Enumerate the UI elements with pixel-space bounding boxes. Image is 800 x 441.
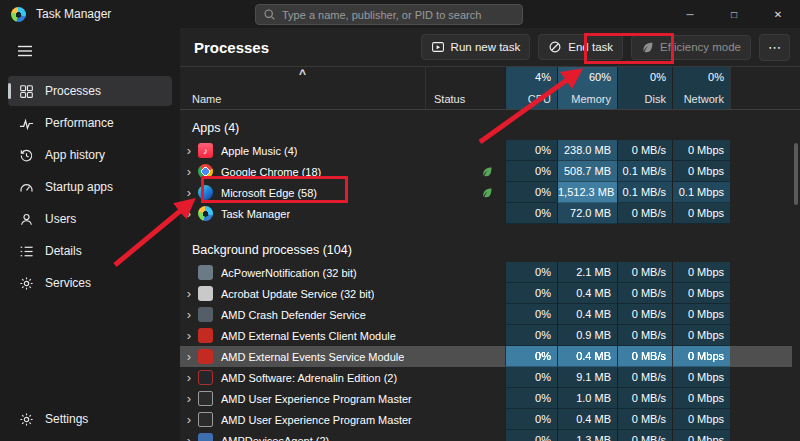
microsoft-edge-icon (198, 185, 213, 200)
column-header-disk[interactable]: 0% Disk (617, 67, 672, 109)
process-row[interactable]: ›♪Apple Music (4)0%238.0 MB0 MB/s0 Mbps (180, 140, 792, 161)
memory-cell: 0.4 MB (557, 304, 617, 325)
memory-cell: 0.4 MB (557, 346, 617, 367)
sidebar-item-users[interactable]: Users (8, 204, 172, 234)
table-header: ^ Name Status 4% CPU 60% Memory 0% Disk … (180, 66, 800, 110)
process-name: AMD Crash Defender Service (221, 309, 366, 321)
process-name-cell: ›Microsoft Edge (58) (180, 182, 425, 203)
memory-cell: 0.4 MB (557, 283, 617, 304)
sidebar-item-settings[interactable]: Settings (8, 404, 172, 434)
process-row[interactable]: ›AMPDevicesAgent (2)0%1.3 MB0 MB/s0 Mbps (180, 430, 792, 441)
close-button[interactable]: ✕ (756, 0, 800, 28)
disk-cell: 0.1 MB/s (617, 182, 672, 203)
search-input[interactable] (282, 9, 515, 21)
column-header-name[interactable]: ^ Name (180, 67, 425, 109)
expand-chevron-icon[interactable]: › (180, 283, 198, 304)
process-row[interactable]: ›AMD External Events Service Module0%0.4… (180, 346, 792, 367)
cpu-cell: 0% (505, 409, 557, 430)
expand-chevron-icon[interactable]: › (180, 161, 198, 182)
group-header[interactable]: Apps (4) (180, 116, 792, 140)
process-row[interactable]: ›Microsoft Edge (58)0%1,512.3 MB0.1 MB/s… (180, 182, 792, 203)
sidebar-item-details[interactable]: Details (8, 236, 172, 266)
process-row[interactable]: ›Task Manager0%72.0 MB0 MB/s0 Mbps (180, 203, 792, 224)
group-header[interactable]: Background processes (104) (180, 238, 792, 262)
menu-toggle-button[interactable] (8, 36, 42, 66)
sidebar-item-services[interactable]: Services (8, 268, 172, 298)
expand-chevron-icon[interactable]: › (180, 409, 198, 430)
processes-icon (18, 83, 34, 99)
expand-chevron-icon[interactable]: › (180, 367, 198, 388)
row-filler (730, 283, 792, 304)
expand-chevron-icon[interactable]: › (180, 203, 198, 224)
expand-chevron-icon[interactable]: › (180, 388, 198, 409)
sidebar-item-app-history[interactable]: App history (8, 140, 172, 170)
process-row[interactable]: ›AMD Software: Adrenalin Edition (2)0%9.… (180, 367, 792, 388)
expand-chevron-icon[interactable]: › (180, 346, 198, 367)
minimize-button[interactable]: ─ (668, 0, 712, 28)
cpu-cell: 0% (505, 203, 557, 224)
maximize-button[interactable]: □ (712, 0, 756, 28)
column-header-network[interactable]: 0% Network (672, 67, 730, 109)
search-box[interactable] (255, 4, 523, 25)
more-options-button[interactable]: ⋯ (759, 34, 790, 61)
process-row[interactable]: ›AMD User Experience Program Master0%0.4… (180, 409, 792, 430)
process-row[interactable]: ›AMD External Events Client Module0%0.9 … (180, 325, 792, 346)
expand-chevron-icon[interactable]: › (180, 140, 198, 161)
row-filler (730, 304, 792, 325)
cpu-cell: 0% (505, 367, 557, 388)
window-title: Task Manager (36, 7, 111, 21)
network-cell: 0 Mbps (672, 304, 730, 325)
end-task-button[interactable]: End task (538, 34, 623, 60)
disk-cell: 0 MB/s (617, 304, 672, 325)
vertical-scrollbar[interactable] (794, 143, 798, 205)
efficiency-mode-button[interactable]: Efficiency mode (631, 35, 751, 60)
cpu-cell: 0% (505, 161, 557, 182)
titlebar: Task Manager ─ □ ✕ (0, 0, 800, 28)
sidebar-item-startup-apps[interactable]: Startup apps (8, 172, 172, 202)
process-name: AMD User Experience Program Master (221, 414, 412, 426)
details-icon (18, 243, 34, 259)
cpu-cell: 0% (505, 283, 557, 304)
sidebar-item-processes[interactable]: Processes (8, 76, 172, 106)
memory-cell: 2.1 MB (557, 262, 617, 283)
sidebar-item-performance[interactable]: Performance (8, 108, 172, 138)
expand-chevron-icon[interactable]: › (180, 182, 198, 203)
row-filler (730, 203, 792, 224)
main-panel: Processes Run new task End task Efficien… (180, 28, 800, 441)
more-icon: ⋯ (768, 40, 781, 55)
status-cell (425, 304, 505, 325)
process-name-cell: ›AMD User Experience Program Master (180, 409, 425, 430)
run-new-task-button[interactable]: Run new task (421, 34, 531, 60)
process-row[interactable]: ›Google Chrome (18)0%508.7 MB0.1 MB/s0 M… (180, 161, 792, 182)
column-header-status[interactable]: Status (425, 67, 505, 109)
row-filler (730, 161, 792, 182)
column-header-cpu[interactable]: 4% CPU (505, 67, 557, 109)
process-name: AMPDevicesAgent (2) (221, 435, 329, 441)
process-name: AMD Software: Adrenalin Edition (2) (221, 372, 397, 384)
column-header-memory[interactable]: 60% Memory (557, 67, 617, 109)
row-filler (730, 409, 792, 430)
process-name-cell: ›AMPDevicesAgent (2) (180, 430, 425, 441)
cpu-cell: 0% (505, 430, 557, 441)
expand-chevron-icon[interactable]: › (180, 325, 198, 346)
process-row[interactable]: ›Acrobat Update Service (32 bit)0%0.4 MB… (180, 283, 792, 304)
process-row[interactable]: AcPowerNotification (32 bit)0%2.1 MB0 MB… (180, 262, 792, 283)
sidebar-item-label: Details (45, 244, 82, 258)
row-filler (730, 140, 792, 161)
network-cell: 0 Mbps (672, 325, 730, 346)
process-row[interactable]: ›AMD Crash Defender Service0%0.4 MB0 MB/… (180, 304, 792, 325)
process-name: Task Manager (221, 208, 290, 220)
memory-cell: 238.0 MB (557, 140, 617, 161)
window-app-icon (198, 391, 213, 406)
efficiency-leaf-icon (481, 187, 493, 199)
expand-chevron-icon[interactable]: › (180, 304, 198, 325)
sidebar-item-label: Performance (45, 116, 114, 130)
disk-cell: 0 MB/s (617, 346, 672, 367)
sort-caret-icon[interactable]: ^ (180, 68, 425, 80)
process-row[interactable]: ›AMD User Experience Program Master0%1.0… (180, 388, 792, 409)
memory-cell: 0.4 MB (557, 409, 617, 430)
disk-cell: 0 MB/s (617, 203, 672, 224)
cpu-cell: 0% (505, 304, 557, 325)
expand-chevron-icon[interactable]: › (180, 430, 198, 441)
toolbar: Processes Run new task End task Efficien… (180, 28, 800, 66)
